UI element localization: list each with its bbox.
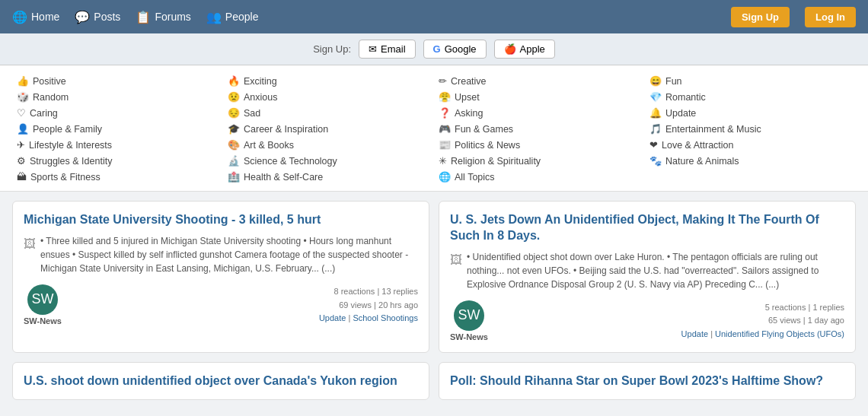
post-title-1[interactable]: Michigan State University Shooting - 3 k… bbox=[24, 212, 418, 228]
cat-fun[interactable]: 😄Fun bbox=[645, 73, 856, 89]
cat-romantic[interactable]: 💎Romantic bbox=[645, 89, 856, 105]
cat-science[interactable]: 🔬Science & Technology bbox=[223, 153, 434, 169]
cat-politics[interactable]: 📰Politics & News bbox=[434, 137, 645, 153]
post-meta-2: 5 reactions | 1 replies 65 views | 1 day… bbox=[681, 301, 844, 341]
post-tag1-1[interactable]: Update bbox=[319, 313, 346, 322]
email-icon: ✉ bbox=[369, 43, 377, 55]
cat-lifestyle[interactable]: ✈Lifestyle & Interests bbox=[12, 137, 223, 153]
cat-col-4: 😄Fun 💎Romantic 🔔Update 🎵Entertainment & … bbox=[645, 73, 856, 185]
cat-nature[interactable]: 🐾Nature & Animals bbox=[645, 153, 856, 169]
cat-random[interactable]: 🎲Random bbox=[12, 89, 223, 105]
posts-grid: Michigan State University Shooting - 3 k… bbox=[0, 192, 868, 409]
cat-art[interactable]: 🎨Art & Books bbox=[223, 137, 434, 153]
login-button[interactable]: Log In bbox=[805, 7, 856, 27]
post-body-2: 🖼 • Unidentified object shot down over L… bbox=[450, 250, 844, 291]
signup-bar: Sign Up: ✉ Email G Google 🍎 Apple bbox=[0, 33, 868, 65]
post-footer-1: SW SW-News 8 reactions | 13 replies 69 v… bbox=[24, 284, 418, 325]
post-reactions-2: 5 reactions bbox=[765, 303, 806, 312]
cat-update[interactable]: 🔔Update bbox=[645, 105, 856, 121]
lifestyle-icon: ✈ bbox=[17, 139, 25, 151]
avatar-image-1: SW bbox=[27, 284, 58, 315]
cat-love[interactable]: ❤Love & Attraction bbox=[645, 137, 856, 153]
apple-icon: 🍎 bbox=[504, 43, 516, 55]
romantic-icon: 💎 bbox=[649, 91, 662, 103]
post-tag1-2[interactable]: Update bbox=[681, 329, 708, 338]
home-icon: 🌐 bbox=[12, 10, 27, 24]
health-icon: 🏥 bbox=[228, 171, 240, 183]
post-image-icon-2: 🖼 bbox=[450, 251, 462, 269]
post-time-2: 1 day ago bbox=[808, 316, 844, 325]
post-avatar-2[interactable]: SW SW-News bbox=[450, 300, 488, 341]
asking-icon: ❓ bbox=[439, 107, 451, 119]
nav-forums[interactable]: 📋 Forums bbox=[136, 10, 190, 24]
cat-col-1: 👍Positive 🎲Random ♡Caring 👤People & Fami… bbox=[12, 73, 223, 185]
nav-forums-label: Forums bbox=[155, 11, 190, 23]
categories-section: 👍Positive 🎲Random ♡Caring 👤People & Fami… bbox=[0, 65, 868, 192]
upset-icon: 😤 bbox=[439, 91, 451, 103]
navbar: 🌐 Home 💬 Posts 📋 Forums 👥 People Sign Up… bbox=[0, 0, 868, 33]
post-time-1: 20 hrs ago bbox=[378, 300, 418, 310]
cat-career[interactable]: 🎓Career & Inspiration bbox=[223, 121, 434, 137]
cat-sports[interactable]: 🏔Sports & Fitness bbox=[12, 169, 223, 185]
cat-fun-games[interactable]: 🎮Fun & Games bbox=[434, 121, 645, 137]
cat-col-3: ✏Creative 😤Upset ❓Asking 🎮Fun & Games 📰P… bbox=[434, 73, 645, 185]
cat-health[interactable]: 🏥Health & Self-Care bbox=[223, 169, 434, 185]
politics-icon: 📰 bbox=[439, 139, 451, 151]
post-title-4[interactable]: Poll: Should Rihanna Star on Super Bowl … bbox=[450, 373, 844, 389]
random-icon: 🎲 bbox=[17, 91, 29, 103]
avatar-name-1: SW-News bbox=[24, 316, 62, 325]
google-icon: G bbox=[433, 43, 441, 55]
post-card-2: U. S. Jets Down An Unidentified Object, … bbox=[439, 201, 856, 353]
nav-posts[interactable]: 💬 Posts bbox=[75, 10, 120, 24]
nav-people[interactable]: 👥 People bbox=[206, 10, 259, 24]
forums-icon: 📋 bbox=[136, 10, 151, 24]
sports-icon: 🏔 bbox=[17, 171, 27, 183]
post-views-1: 69 views bbox=[339, 300, 372, 310]
cat-col-2: 🔥Exciting 😟Anxious 😔Sad 🎓Career & Inspir… bbox=[223, 73, 434, 185]
cat-anxious[interactable]: 😟Anxious bbox=[223, 89, 434, 105]
signup-email-button[interactable]: ✉ Email bbox=[359, 40, 416, 59]
cat-all-topics[interactable]: 🌐All Topics bbox=[434, 169, 645, 185]
post-avatar-1[interactable]: SW SW-News bbox=[24, 284, 62, 325]
love-icon: ❤ bbox=[649, 139, 658, 151]
signup-button[interactable]: Sign Up bbox=[731, 7, 790, 27]
post-replies-2: 1 replies bbox=[812, 303, 844, 312]
positive-icon: 👍 bbox=[17, 75, 29, 87]
people-family-icon: 👤 bbox=[17, 123, 29, 135]
post-reactions-1: 8 reactions bbox=[334, 287, 375, 296]
avatar-name-2: SW-News bbox=[450, 332, 488, 341]
cat-upset[interactable]: 😤Upset bbox=[434, 89, 645, 105]
cat-people-family[interactable]: 👤People & Family bbox=[12, 121, 223, 137]
art-icon: 🎨 bbox=[228, 139, 240, 151]
signup-google-button[interactable]: G Google bbox=[423, 40, 487, 59]
post-title-2[interactable]: U. S. Jets Down An Unidentified Object, … bbox=[450, 212, 844, 244]
career-icon: 🎓 bbox=[228, 123, 240, 135]
people-icon: 👥 bbox=[206, 10, 222, 24]
struggles-icon: ⚙ bbox=[17, 155, 26, 167]
cat-exciting[interactable]: 🔥Exciting bbox=[223, 73, 434, 89]
post-tag2-1[interactable]: School Shootings bbox=[353, 313, 418, 322]
post-body-1: 🖼 • Three killed and 5 injured in Michig… bbox=[24, 234, 418, 275]
cat-caring[interactable]: ♡Caring bbox=[12, 105, 223, 121]
cat-religion[interactable]: ✳Religion & Spirituality bbox=[434, 153, 645, 169]
cat-sad[interactable]: 😔Sad bbox=[223, 105, 434, 121]
cat-asking[interactable]: ❓Asking bbox=[434, 105, 645, 121]
all-topics-icon: 🌐 bbox=[439, 171, 451, 183]
anxious-icon: 😟 bbox=[228, 91, 240, 103]
exciting-icon: 🔥 bbox=[228, 75, 240, 87]
signup-apple-button[interactable]: 🍎 Apple bbox=[494, 40, 555, 59]
post-card-4: Poll: Should Rihanna Star on Super Bowl … bbox=[439, 362, 856, 401]
creative-icon: ✏ bbox=[439, 75, 447, 87]
post-meta-1: 8 reactions | 13 replies 69 views | 20 h… bbox=[319, 285, 418, 325]
post-tag2-2[interactable]: Unidentified Flying Objects (UFOs) bbox=[715, 329, 844, 338]
nature-icon: 🐾 bbox=[649, 155, 662, 167]
cat-creative[interactable]: ✏Creative bbox=[434, 73, 645, 89]
cat-positive[interactable]: 👍Positive bbox=[12, 73, 223, 89]
entertainment-icon: 🎵 bbox=[649, 123, 662, 135]
post-title-3[interactable]: U.S. shoot down unidentified object over… bbox=[24, 373, 418, 389]
nav-home[interactable]: 🌐 Home bbox=[12, 10, 59, 24]
categories-grid: 👍Positive 🎲Random ♡Caring 👤People & Fami… bbox=[12, 73, 856, 185]
cat-struggles[interactable]: ⚙Struggles & Identity bbox=[12, 153, 223, 169]
signup-bar-label: Sign Up: bbox=[313, 43, 351, 55]
cat-entertainment[interactable]: 🎵Entertainment & Music bbox=[645, 121, 856, 137]
